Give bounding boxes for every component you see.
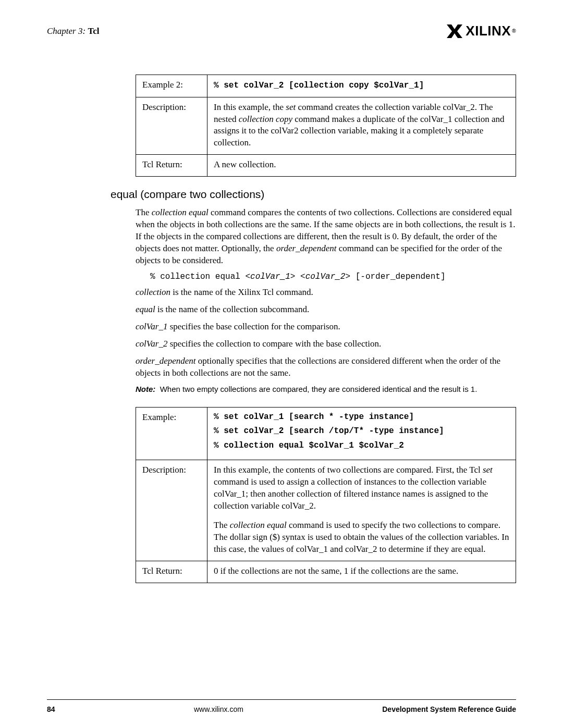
syntax-line: % collection equal <colVar_1> <colVar_2>… xyxy=(150,272,516,281)
table-row: Description: In this example, the conten… xyxy=(136,460,516,561)
text: In this example, the contents of two col… xyxy=(214,465,483,475)
em: collection equal xyxy=(230,520,287,530)
footer-url[interactable]: www.xilinx.com xyxy=(194,705,243,713)
em: set xyxy=(286,102,296,112)
code-block: % set colVar_1 [search * -type instance]… xyxy=(214,412,509,452)
desc-para: In this example, the contents of two col… xyxy=(214,464,509,512)
logo-text: XILINX xyxy=(466,23,511,39)
footer-guide: Development System Reference Guide xyxy=(382,705,516,713)
note-text: When two empty collections are compared,… xyxy=(160,385,478,393)
text: > < xyxy=(290,272,305,281)
text: The xyxy=(214,520,230,530)
em: collection equal xyxy=(152,207,209,217)
chapter-prefix: Chapter 3: xyxy=(47,26,85,36)
row-value: % set colVar_1 [search * -type instance]… xyxy=(207,407,516,460)
footer-link[interactable]: www.xilinx.com xyxy=(194,705,243,713)
svg-marker-0 xyxy=(447,24,462,38)
row-value: In this example, the set command creates… xyxy=(207,97,516,155)
em: collection xyxy=(136,287,170,297)
paragraph: colVar_1 specifies the base collection f… xyxy=(136,321,516,333)
paragraph: colVar_2 specifies the collection to com… xyxy=(136,338,516,350)
text: specifies the base collection for the co… xyxy=(167,322,340,331)
em: colVar_2 xyxy=(136,339,167,349)
row-label: Tcl Return: xyxy=(136,155,207,177)
row-value: A new collection. xyxy=(207,155,516,177)
example-table-2: Example: % set colVar_1 [search * -type … xyxy=(136,407,516,583)
table-row: Tcl Return: A new collection. xyxy=(136,155,516,177)
note-label: Note: xyxy=(136,385,155,393)
footer-rule xyxy=(47,699,516,700)
row-label: Example 2: xyxy=(136,75,207,97)
table-row: Example 2: % set colVar_2 [collection co… xyxy=(136,75,516,97)
section-heading: equal (compare two collections) xyxy=(111,188,516,201)
registered-mark: ® xyxy=(512,28,516,34)
page-header: Chapter 3: Tcl XILINX ® xyxy=(47,23,516,39)
row-value: 0 if the collections are not the same, 1… xyxy=(207,561,516,583)
code-line: % set colVar_2 [search /top/T* -type ins… xyxy=(214,426,509,437)
text: is the name of the Xilinx Tcl command. xyxy=(170,287,313,297)
page-footer: 84 www.xilinx.com Development System Ref… xyxy=(47,705,516,713)
row-value: % set colVar_2 [collection copy $colVar_… xyxy=(207,75,516,97)
chapter-name: Tcl xyxy=(88,26,99,36)
table-row: Description: In this example, the set co… xyxy=(136,97,516,155)
chapter-label: Chapter 3: Tcl xyxy=(47,26,99,36)
row-label: Description: xyxy=(136,460,207,561)
em: colVar_1 xyxy=(136,322,167,331)
table-row: Tcl Return: 0 if the collections are not… xyxy=(136,561,516,583)
note: Note: When two empty collections are com… xyxy=(136,385,516,393)
row-label: Tcl Return: xyxy=(136,561,207,583)
row-label: Description: xyxy=(136,97,207,155)
page-number: 84 xyxy=(47,705,55,713)
em: order_dependent xyxy=(136,356,196,366)
em: colVar_1 xyxy=(250,272,290,281)
em: equal xyxy=(136,304,155,314)
paragraph: collection is the name of the Xilinx Tcl… xyxy=(136,287,516,299)
row-label: Example: xyxy=(136,407,207,460)
main-content: Example 2: % set colVar_2 [collection co… xyxy=(136,75,516,583)
text: In this example, the xyxy=(214,102,286,112)
text: % collection equal < xyxy=(150,272,250,281)
xilinx-logo-icon xyxy=(447,24,462,38)
em: set xyxy=(483,465,493,475)
table-row: Example: % set colVar_1 [search * -type … xyxy=(136,407,516,460)
paragraph: equal is the name of the collection subc… xyxy=(136,304,516,316)
text: > [-order_dependent] xyxy=(345,272,445,281)
text: The xyxy=(136,207,152,217)
code: % set colVar_2 [collection copy $colVar_… xyxy=(214,81,424,90)
example-table-1: Example 2: % set colVar_2 [collection co… xyxy=(136,75,516,177)
text: command is used to assign a collection o… xyxy=(214,477,488,511)
xilinx-logo: XILINX ® xyxy=(447,23,516,39)
row-value: In this example, the contents of two col… xyxy=(207,460,516,561)
text: specifies the collection to compare with… xyxy=(167,339,381,349)
em: collection copy xyxy=(239,114,292,124)
code-line: % collection equal $colVar_1 $colVar_2 xyxy=(214,440,509,452)
code-line: % set colVar_1 [search * -type instance] xyxy=(214,412,509,423)
paragraph: order_dependent optionally specifies tha… xyxy=(136,355,516,379)
paragraph: The collection equal command compares th… xyxy=(136,207,516,267)
em: order_dependent xyxy=(276,243,337,253)
text: is the name of the collection subcommand… xyxy=(155,304,310,314)
desc-para: The collection equal command is used to … xyxy=(214,520,509,556)
em: colVar_2 xyxy=(305,272,346,281)
